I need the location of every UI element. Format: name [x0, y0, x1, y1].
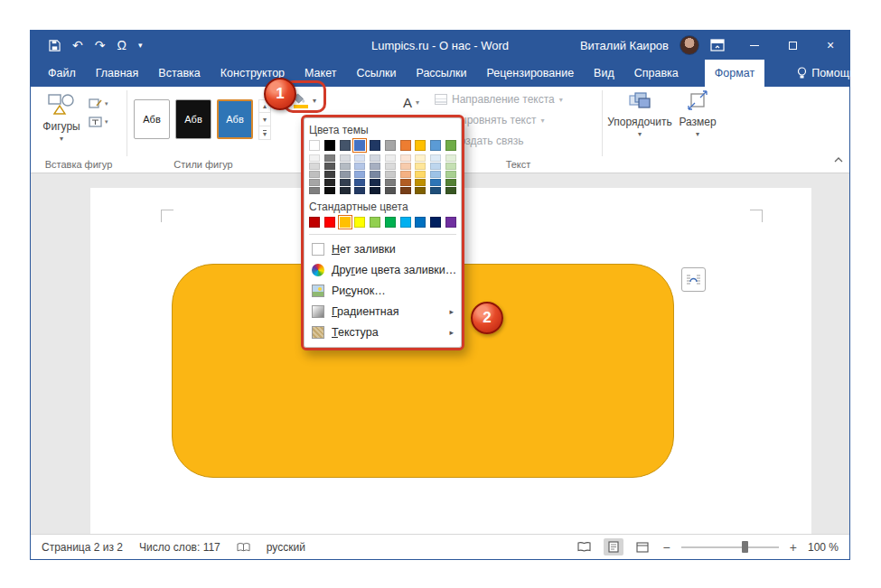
status-page-label[interactable]: Страница 2 из 2	[42, 541, 123, 554]
theme-variant-swatch[interactable]	[324, 179, 335, 186]
fill-dropdown-arrow[interactable]: ▾	[313, 97, 316, 105]
zoom-in-button[interactable]: +	[788, 540, 799, 555]
shape-style-sample[interactable]: Абв	[175, 99, 211, 139]
theme-color-swatch[interactable]	[430, 140, 441, 151]
theme-variant-swatch[interactable]	[415, 154, 426, 162]
standard-color-swatch[interactable]	[445, 217, 456, 228]
language-label[interactable]: русский	[267, 541, 305, 554]
theme-variant-swatch[interactable]	[400, 187, 411, 194]
close-button[interactable]: ×	[811, 31, 849, 60]
standard-color-swatch[interactable]	[415, 217, 426, 228]
theme-variant-swatch[interactable]	[385, 179, 396, 186]
theme-variant-swatch[interactable]	[445, 187, 456, 194]
theme-color-swatch[interactable]	[324, 140, 335, 151]
standard-color-swatch[interactable]	[324, 217, 335, 228]
theme-variant-swatch[interactable]	[354, 163, 365, 170]
share-button[interactable]: Поделиться	[863, 60, 881, 87]
standard-color-swatch[interactable]	[385, 217, 396, 228]
proofing-icon[interactable]	[237, 542, 250, 553]
theme-variant-swatch[interactable]	[415, 187, 426, 194]
tab-help[interactable]: Помощн	[790, 60, 863, 87]
undo-icon[interactable]: ↶	[72, 38, 83, 52]
theme-variant-swatch[interactable]	[309, 179, 320, 186]
word-count-label[interactable]: Число слов: 117	[139, 541, 220, 554]
edit-shape-button[interactable]: ▾	[89, 98, 108, 110]
standard-color-swatch[interactable]	[430, 217, 441, 228]
theme-variant-swatch[interactable]	[400, 171, 411, 178]
theme-variant-swatch[interactable]	[400, 154, 411, 162]
theme-variant-swatch[interactable]	[415, 171, 426, 178]
user-name[interactable]: Виталий Каиров	[580, 39, 669, 52]
theme-variant-swatch[interactable]	[324, 187, 335, 194]
theme-variant-swatch[interactable]	[340, 154, 351, 162]
theme-variant-swatch[interactable]	[430, 187, 441, 194]
theme-variant-swatch[interactable]	[430, 179, 441, 186]
theme-variant-swatch[interactable]	[415, 163, 426, 170]
theme-variant-swatch[interactable]	[354, 154, 365, 162]
ribbon-tab[interactable]: Макет	[295, 60, 346, 87]
ribbon-tab[interactable]: Конструктор	[211, 60, 295, 87]
arrange-button[interactable]: Упорядочить ▾	[607, 90, 672, 138]
theme-variant-swatch[interactable]	[340, 187, 351, 194]
theme-variant-swatch[interactable]	[370, 179, 380, 186]
layout-options-button[interactable]	[681, 267, 706, 292]
theme-variant-swatch[interactable]	[445, 179, 456, 186]
theme-variant-swatch[interactable]	[370, 187, 380, 194]
fill-menu-item[interactable]: Градиентная▸	[309, 301, 456, 322]
ribbon-tab[interactable]: Главная	[86, 60, 149, 87]
ribbon-tab[interactable]: Вид	[584, 60, 624, 87]
qat-customize-icon[interactable]: ▾	[138, 41, 143, 50]
size-button[interactable]: Размер ▾	[674, 90, 721, 138]
theme-variant-swatch[interactable]	[354, 187, 365, 194]
fill-menu-item[interactable]: Нет заливки	[309, 238, 456, 259]
theme-variant-swatch[interactable]	[354, 179, 365, 186]
theme-variant-swatch[interactable]	[309, 163, 320, 170]
fill-menu-item[interactable]: Текстура▸	[309, 322, 456, 342]
shape-style-sample[interactable]: Абв	[134, 99, 170, 139]
standard-color-swatch[interactable]	[370, 217, 380, 228]
standard-color-swatch[interactable]	[400, 217, 411, 228]
theme-variant-swatch[interactable]	[385, 187, 396, 194]
theme-variant-swatch[interactable]	[324, 154, 335, 162]
theme-variant-swatch[interactable]	[400, 163, 411, 170]
theme-variant-swatch[interactable]	[430, 163, 441, 170]
theme-variant-swatch[interactable]	[445, 154, 456, 162]
theme-variant-swatch[interactable]	[430, 154, 441, 162]
omega-icon[interactable]: Ω	[117, 38, 126, 52]
theme-color-swatch[interactable]	[370, 140, 380, 151]
standard-color-swatch[interactable]	[354, 217, 365, 228]
ribbon-options-icon[interactable]	[710, 39, 725, 51]
theme-variant-swatch[interactable]	[309, 171, 320, 178]
fill-menu-item[interactable]: Другие цвета заливки…	[309, 259, 456, 280]
theme-color-swatch[interactable]	[415, 140, 426, 151]
theme-variant-swatch[interactable]	[340, 163, 351, 170]
theme-color-swatch[interactable]	[354, 140, 365, 151]
theme-variant-swatch[interactable]	[324, 163, 335, 170]
theme-variant-swatch[interactable]	[309, 187, 320, 194]
zoom-slider-thumb[interactable]	[742, 541, 748, 553]
ribbon-tab[interactable]: Файл	[38, 60, 86, 87]
text-fill-button[interactable]: А ▾	[403, 91, 419, 113]
ribbon-tab[interactable]: Рецензирование	[477, 60, 585, 87]
ribbon-tab[interactable]: Ссылки	[346, 60, 406, 87]
theme-variant-swatch[interactable]	[340, 171, 351, 178]
theme-color-swatch[interactable]	[385, 140, 396, 151]
shapes-button[interactable]: Фигуры ▾	[36, 92, 87, 157]
print-layout-button[interactable]	[604, 538, 623, 555]
theme-variant-swatch[interactable]	[340, 179, 351, 186]
ribbon-tab[interactable]: Вставка	[148, 60, 210, 87]
ribbon-tab[interactable]: Справка	[624, 60, 689, 87]
redo-icon[interactable]: ↷	[95, 38, 106, 52]
theme-variant-swatch[interactable]	[324, 171, 335, 178]
ribbon-tab[interactable]: Рассылки	[406, 60, 476, 87]
theme-variant-swatch[interactable]	[400, 179, 411, 186]
theme-variant-swatch[interactable]	[370, 171, 380, 178]
shape-fill-button[interactable]: ▾	[290, 89, 326, 113]
theme-color-swatch[interactable]	[445, 140, 456, 151]
theme-variant-swatch[interactable]	[430, 171, 441, 178]
theme-color-swatch[interactable]	[400, 140, 411, 151]
theme-variant-swatch[interactable]	[445, 163, 456, 170]
avatar[interactable]	[679, 35, 699, 55]
theme-color-swatch[interactable]	[309, 140, 320, 151]
zoom-level-label[interactable]: 100 %	[808, 541, 839, 554]
